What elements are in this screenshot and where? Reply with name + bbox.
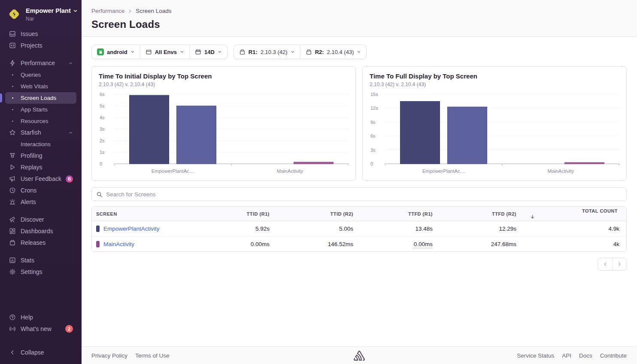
table-header-row: SCREEN TTID (R1) TTID (R2) TTFD (R1) TTF… — [92, 207, 626, 221]
sidebar-item-screen-loads[interactable]: Screen Loads — [5, 92, 76, 104]
sidebar-item-alerts[interactable]: Alerts — [5, 196, 76, 208]
chevron-down-icon — [291, 50, 295, 54]
service-status-link[interactable]: Service Status — [517, 352, 554, 359]
sidebar-item-label: Dashboards — [21, 228, 73, 235]
sidebar-item-user-feedback[interactable]: User Feedback B — [5, 173, 76, 185]
breadcrumb-performance-link[interactable]: Performance — [91, 8, 124, 14]
col-ttfd-r1[interactable]: TTFD (R1) — [360, 211, 440, 217]
svg-text:6s: 6s — [370, 133, 376, 138]
breadcrumb-current: Screen Loads — [136, 8, 171, 14]
sidebar-item-performance[interactable]: Performance — [5, 57, 76, 69]
dashboards-icon — [9, 228, 16, 235]
sidebar-item-crons[interactable]: Crons — [5, 185, 76, 196]
next-page-button[interactable] — [612, 258, 626, 270]
sidebar-item-profiling[interactable]: Profiling — [5, 150, 76, 162]
megaphone-icon — [9, 175, 16, 182]
sidebar-collapse-button[interactable]: Collapse — [5, 346, 76, 358]
screens-search[interactable] — [91, 187, 627, 201]
col-total-count[interactable]: TOTAL COUNT — [523, 208, 626, 219]
sidebar-item-label: Interactions — [21, 141, 73, 147]
screen-link[interactable]: MainActivity — [103, 241, 134, 247]
whats-new-count-badge: 2 — [65, 325, 73, 333]
previous-page-button[interactable] — [598, 258, 612, 270]
sidebar-item-whats-new[interactable]: What's new 2 — [5, 323, 76, 334]
charts-row: Time To Initial Display by Top Screen 2.… — [91, 66, 627, 181]
ttfd-r1-value: 0.00ms — [360, 241, 440, 247]
svg-text:3s: 3s — [370, 147, 376, 153]
environment-filter[interactable]: All Envs — [140, 45, 189, 59]
screens-table: SCREEN TTID (R1) TTID (R2) TTFD (R1) TTF… — [91, 206, 627, 252]
series-color-swatch — [96, 226, 100, 232]
terms-of-use-link[interactable]: Terms of Use — [135, 352, 170, 359]
sidebar-item-app-starts[interactable]: App Starts — [5, 104, 76, 115]
svg-text:EmpowerPlantAc…: EmpowerPlantAc… — [422, 168, 465, 174]
chart-subtitle: 2.10.3 (42) v. 2.10.4 (43) — [99, 81, 349, 87]
release2-filter[interactable]: R2: 2.10.4 (43) — [300, 45, 367, 59]
sidebar-item-dashboards[interactable]: Dashboards — [5, 226, 76, 237]
sidebar-item-label: Crons — [21, 187, 73, 194]
chart-title: Time To Initial Display by Top Screen — [99, 72, 349, 80]
search-icon — [96, 191, 103, 198]
chart-subtitle: 2.10.3 (42) v. 2.10.4 (43) — [370, 81, 619, 87]
ttfd-bar-chart[interactable]: 03s6s9s12s15sEmpowerPlantAc…MainActivity — [370, 90, 619, 176]
chevron-down-icon — [180, 50, 184, 54]
play-icon — [9, 164, 16, 171]
stats-icon — [9, 257, 16, 264]
profiling-icon — [9, 152, 16, 159]
empower-plant-logo-icon — [7, 7, 21, 21]
col-screen[interactable]: SCREEN — [92, 211, 201, 217]
col-ttfd-r2[interactable]: TTFD (R2) — [440, 211, 523, 217]
release1-filter[interactable]: R1: 2.10.3 (42) — [234, 45, 300, 59]
chart-title: Time To Full Display by Top Screen — [370, 72, 619, 80]
ttid-r2-value: 5.00s — [276, 226, 360, 232]
sidebar-item-queries[interactable]: Queries — [5, 69, 76, 81]
col-ttid-r1[interactable]: TTID (R1) — [201, 211, 276, 217]
chevron-up-icon — [68, 61, 73, 66]
bullet-icon — [9, 120, 16, 122]
sidebar-item-releases[interactable]: Releases — [5, 237, 76, 249]
sidebar-item-issues[interactable]: Issues — [5, 28, 76, 40]
window-icon — [146, 49, 152, 55]
table-row: EmpowerPlantActivity 5.92s 5.00s 13.48s … — [92, 221, 626, 236]
sidebar-item-web-vitals[interactable]: Web Vitals — [5, 81, 76, 92]
siren-icon — [9, 199, 16, 205]
sidebar-item-projects[interactable]: Projects — [5, 40, 76, 51]
svg-text:0: 0 — [100, 161, 102, 166]
sidebar-item-discover[interactable]: Discover — [5, 214, 76, 226]
filter-bar: android All Envs 14D R1: — [91, 45, 627, 59]
release-filter-group: R1: 2.10.3 (42) R2: 2.10.4 (43) — [234, 45, 367, 59]
ttid-bar-chart[interactable]: 01s2s3s4s5s6sEmpowerPlantAc…MainActivity — [99, 90, 349, 176]
release-box-icon — [306, 49, 312, 55]
sidebar-item-replays[interactable]: Replays — [5, 162, 76, 173]
svg-text:EmpowerPlantAc…: EmpowerPlantAc… — [152, 168, 194, 174]
org-switcher[interactable]: Empower Plant Nar — [5, 6, 76, 28]
sidebar-item-label: Help — [21, 314, 73, 321]
search-input[interactable] — [106, 191, 622, 198]
svg-text:6s: 6s — [100, 92, 105, 97]
api-link[interactable]: API — [562, 352, 571, 359]
ttfd-chart-card: Time To Full Display by Top Screen 2.10.… — [362, 66, 627, 181]
screen-link[interactable]: EmpowerPlantActivity — [103, 226, 160, 232]
sidebar-item-starfish[interactable]: Starfish — [5, 127, 76, 138]
project-filter[interactable]: android — [92, 45, 140, 59]
ttfd-r2-value: 12.29s — [440, 226, 523, 232]
sidebar-item-stats[interactable]: Stats — [5, 255, 76, 266]
chevron-down-icon — [357, 50, 361, 54]
svg-text:2s: 2s — [100, 138, 105, 143]
sidebar-item-settings[interactable]: Settings — [5, 266, 76, 278]
contribute-link[interactable]: Contribute — [600, 352, 627, 359]
privacy-policy-link[interactable]: Privacy Policy — [91, 352, 127, 359]
docs-link[interactable]: Docs — [579, 352, 592, 359]
ttid-chart-card: Time To Initial Display by Top Screen 2.… — [91, 66, 356, 181]
col-ttid-r2[interactable]: TTID (R2) — [276, 211, 360, 217]
sidebar-item-resources[interactable]: Resources — [5, 115, 76, 127]
sidebar-item-interactions[interactable]: Interactions — [5, 138, 76, 150]
svg-text:15s: 15s — [370, 92, 378, 97]
gear-icon — [9, 268, 16, 275]
chevron-down-icon — [73, 9, 78, 13]
bullet-icon — [9, 74, 16, 75]
help-icon — [9, 314, 16, 321]
sidebar-item-help[interactable]: Help — [5, 311, 76, 323]
date-range-filter[interactable]: 14D — [189, 45, 227, 59]
org-subtitle: Nar — [26, 16, 78, 22]
